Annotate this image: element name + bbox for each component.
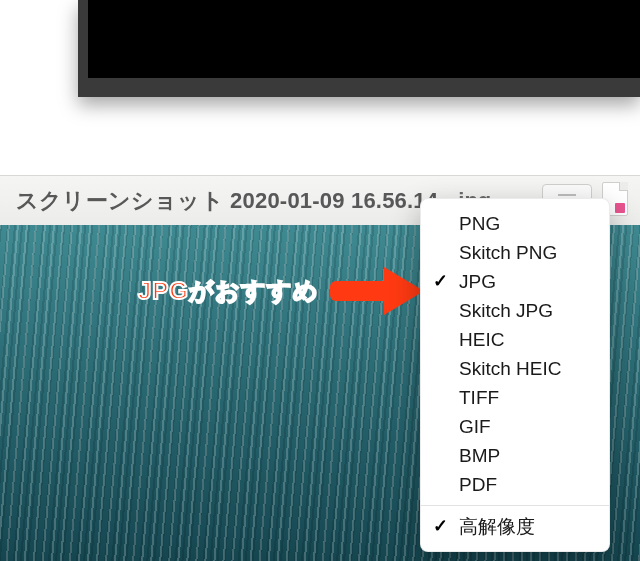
preview-content [88,0,640,78]
format-option-skitch-png[interactable]: Skitch PNG [421,238,609,267]
format-option-bmp[interactable]: BMP [421,441,609,470]
annotation-text: JPGがおすすめ [138,275,319,307]
format-option-gif[interactable]: GIF [421,412,609,441]
filename-text[interactable]: スクリーンショット 2020-01-09 16.56.14 [0,186,438,216]
format-option-tiff[interactable]: TIFF [421,383,609,412]
menu-separator [421,505,609,506]
format-dropdown: PNG Skitch PNG JPG Skitch JPG HEIC Skitc… [420,198,610,552]
format-option-pdf[interactable]: PDF [421,470,609,499]
preview-frame [78,0,640,97]
format-option-skitch-jpg[interactable]: Skitch JPG [421,296,609,325]
format-option-heic[interactable]: HEIC [421,325,609,354]
document-badge [615,203,625,213]
resolution-option[interactable]: 高解像度 [421,512,609,541]
annotation-arrow [330,267,426,315]
format-option-png[interactable]: PNG [421,209,609,238]
format-option-jpg[interactable]: JPG [421,267,609,296]
format-option-skitch-heic[interactable]: Skitch HEIC [421,354,609,383]
